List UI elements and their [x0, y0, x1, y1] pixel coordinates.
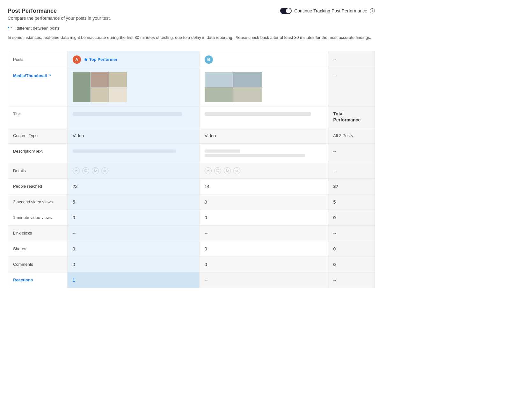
detail-icon-c-b: ©: [214, 167, 221, 174]
label-comments: Comments: [13, 262, 33, 267]
disclaimer: In some instances, real-time data might …: [8, 34, 375, 43]
row-3sec-video: 3-second video views 5 0 5: [8, 194, 375, 210]
reactions-b: --: [205, 278, 208, 283]
info-icon[interactable]: i: [370, 8, 375, 13]
page-title: Post Performance: [8, 8, 111, 14]
video-1min-total: 0: [333, 215, 336, 220]
badge-b: B: [205, 55, 213, 64]
performance-table: Posts A ★ Top Performer B --: [8, 51, 375, 288]
link-clicks-a: --: [73, 231, 76, 236]
label-posts: Posts: [13, 57, 24, 62]
comments-total: 0: [333, 262, 336, 267]
details-icons-b: ✂ © ↻ ☺: [205, 167, 240, 174]
detail-icon-c: ©: [82, 167, 89, 174]
people-reached-b: 14: [205, 184, 210, 189]
row-description: Description/Text --: [8, 143, 375, 163]
row-1min-video: 1-minute video views 0 0 0: [8, 210, 375, 225]
label-media: Media/Thumbnail *: [13, 73, 51, 78]
total-media-dash: --: [333, 73, 336, 78]
details-icons-a: ✂ © ↻ ☺: [73, 167, 108, 174]
video-3sec-a: 5: [73, 199, 75, 205]
reactions-total: --: [333, 278, 336, 283]
label-description: Description/Text: [13, 149, 42, 154]
tracking-toggle[interactable]: [280, 8, 292, 14]
tracking-label: Continue Tracking Post Performance: [294, 8, 367, 13]
label-content-type: Content Type: [13, 133, 38, 138]
detail-icon-emoji-b: ☺: [233, 167, 240, 174]
row-reactions: Reactions 1 -- --: [8, 272, 375, 288]
video-1min-b: 0: [205, 215, 207, 220]
row-people-reached: People reached 23 14 37: [8, 178, 375, 194]
badge-a: A: [73, 55, 81, 64]
detail-icon-refresh-b: ↻: [224, 167, 231, 174]
row-comments: Comments 0 0 0: [8, 257, 375, 272]
shares-b: 0: [205, 246, 207, 251]
label-people-reached: People reached: [13, 184, 42, 189]
total-posts-dash: --: [333, 57, 336, 62]
comments-b: 0: [205, 262, 207, 267]
legend-note: * * = different between posts: [8, 26, 375, 31]
content-type-b: Video: [205, 133, 216, 138]
video-1min-a: 0: [73, 215, 75, 220]
detail-icon-refresh: ↻: [92, 167, 99, 174]
video-3sec-b: 0: [205, 199, 207, 205]
total-performance-label: Total Performance: [333, 111, 369, 123]
row-content-type: Content Type Video Video All 2 Posts: [8, 128, 375, 143]
thumbnail-b: [205, 72, 262, 102]
label-shares: Shares: [13, 246, 26, 251]
page-subtitle: Compare the performance of your posts in…: [8, 16, 111, 21]
row-media: Media/Thumbnail *: [8, 68, 375, 106]
people-reached-total: 37: [333, 184, 339, 189]
desc-placeholder-a: [73, 149, 176, 153]
total-desc-dash: --: [333, 149, 336, 154]
people-reached-a: 23: [73, 184, 78, 189]
reactions-a: 1: [73, 278, 75, 283]
all-posts-label: All 2 Posts: [333, 133, 353, 138]
link-clicks-b: --: [205, 231, 208, 236]
detail-icon-emoji: ☺: [101, 167, 108, 174]
total-details-dash: --: [333, 168, 336, 173]
detail-icon-scissors-b: ✂: [205, 167, 212, 174]
video-3sec-total: 5: [333, 199, 336, 205]
top-performer-label: ★ Top Performer: [84, 56, 118, 62]
thumbnail-a: [73, 72, 127, 102]
shares-a: 0: [73, 246, 75, 251]
label-1min-video: 1-minute video views: [13, 215, 52, 220]
desc-placeholder-b-long: [205, 154, 305, 157]
row-title: Title Total Performance: [8, 106, 375, 128]
content-type-a: Video: [73, 133, 84, 138]
row-posts: Posts A ★ Top Performer B --: [8, 51, 375, 68]
comments-a: 0: [73, 262, 75, 267]
detail-icon-scissors: ✂: [73, 167, 80, 174]
shares-total: 0: [333, 246, 336, 251]
label-details: Details: [13, 168, 26, 173]
label-reactions: Reactions: [13, 278, 33, 282]
link-clicks-total: --: [333, 231, 336, 236]
label-link-clicks: Link clicks: [13, 231, 32, 235]
label-3sec-video: 3-second video views: [13, 199, 53, 204]
title-placeholder-a: [73, 112, 182, 116]
row-link-clicks: Link clicks -- -- --: [8, 225, 375, 241]
label-title: Title: [13, 112, 21, 116]
row-details: Details ✂ © ↻ ☺ ✂ © ↻ ☺: [8, 163, 375, 178]
row-shares: Shares 0 0 0: [8, 241, 375, 257]
star-icon: ★: [84, 56, 88, 62]
title-placeholder-b: [205, 112, 311, 116]
desc-placeholder-b-short: [205, 149, 240, 153]
